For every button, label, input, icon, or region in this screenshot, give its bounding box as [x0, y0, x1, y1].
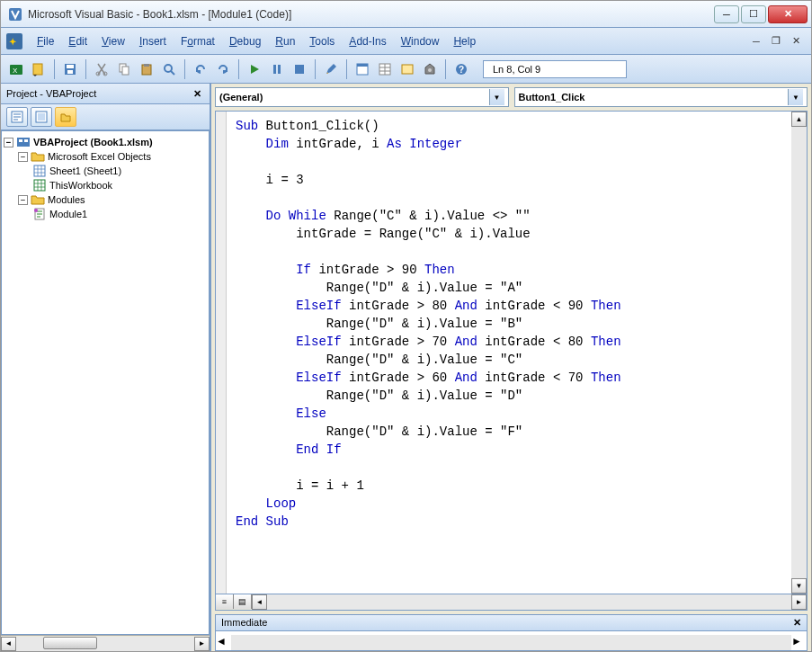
menu-debug[interactable]: Debug: [222, 31, 268, 51]
menu-window[interactable]: Window: [394, 31, 447, 51]
tree-modules-label: Modules: [48, 194, 85, 205]
project-explorer-button[interactable]: [352, 59, 372, 79]
scroll-right-button[interactable]: ►: [194, 637, 210, 651]
scroll-right-button[interactable]: ►: [791, 635, 807, 650]
tree-thisworkbook[interactable]: ThisWorkbook: [4, 178, 207, 192]
maximize-button[interactable]: ☐: [741, 5, 766, 23]
tree-thiswb-label: ThisWorkbook: [49, 180, 112, 191]
dropdown-arrow-icon[interactable]: ▼: [489, 89, 504, 105]
cursor-position: Ln 8, Col 9: [483, 60, 627, 78]
cut-button[interactable]: [92, 59, 112, 79]
procedure-combo-value: Button1_Click: [519, 92, 585, 103]
procedure-combo[interactable]: Button1_Click ▼: [514, 87, 808, 107]
mdi-minimize[interactable]: ─: [749, 34, 763, 49]
menu-insert[interactable]: Insert: [132, 31, 174, 51]
scroll-thumb[interactable]: [43, 637, 97, 649]
project-pane-close[interactable]: ✕: [190, 86, 204, 101]
find-button[interactable]: [159, 59, 179, 79]
scroll-track[interactable]: [791, 127, 807, 578]
break-button[interactable]: [267, 59, 287, 79]
view-code-button[interactable]: [6, 107, 28, 127]
mdi-close[interactable]: ✕: [789, 34, 803, 49]
scroll-up-button[interactable]: ▲: [791, 112, 807, 127]
svg-point-23: [428, 68, 432, 72]
menubar: ✦ File Edit View Insert Format Debug Run…: [1, 28, 811, 55]
tree-modules[interactable]: − Modules: [4, 192, 207, 207]
svg-rect-28: [38, 113, 45, 121]
scroll-track[interactable]: [231, 635, 791, 650]
code-vscroll[interactable]: ▲ ▼: [791, 112, 807, 594]
immediate-close[interactable]: ✕: [793, 617, 801, 629]
combo-row: (General) ▼ Button1_Click ▼: [211, 84, 811, 111]
svg-rect-33: [34, 180, 45, 191]
menu-format[interactable]: Format: [174, 31, 222, 51]
scroll-right-button[interactable]: ►: [791, 594, 807, 610]
mdi-restore[interactable]: ❐: [769, 34, 783, 49]
project-view-buttons: [1, 104, 210, 130]
scroll-left-button[interactable]: ◄: [252, 594, 267, 610]
menu-help[interactable]: Help: [446, 31, 483, 51]
run-button[interactable]: [245, 59, 264, 79]
tree-project-root[interactable]: − VBAProject (Book1.xlsm): [4, 135, 207, 149]
view-selector: ≡ ▤: [216, 594, 252, 610]
immediate-title: Immediate ✕: [215, 614, 808, 631]
object-combo[interactable]: (General) ▼: [215, 87, 509, 107]
project-tree[interactable]: − VBAProject (Book1.xlsm) − Microsoft Ex…: [1, 130, 210, 635]
scroll-down-button[interactable]: ▼: [791, 578, 807, 594]
project-pane-label: Project - VBAProject: [6, 88, 96, 99]
code-content[interactable]: Sub Button1_Click() Dim intGrade, i As I…: [227, 112, 791, 594]
immediate-label: Immediate: [221, 617, 267, 629]
object-browser-button[interactable]: [397, 59, 417, 79]
main-area: Project - VBAProject ✕ − VBAProject (Boo…: [1, 84, 811, 651]
collapse-icon[interactable]: −: [18, 195, 28, 205]
module-icon: [32, 208, 47, 220]
menu-file[interactable]: File: [30, 31, 61, 51]
scroll-track[interactable]: [267, 594, 791, 610]
project-pane-title: Project - VBAProject ✕: [1, 84, 210, 104]
collapse-icon[interactable]: −: [4, 138, 13, 147]
svg-point-15: [165, 65, 172, 72]
design-mode-button[interactable]: [321, 59, 341, 79]
paste-button[interactable]: [137, 59, 156, 79]
scroll-left-button[interactable]: ◄: [1, 637, 16, 651]
procedure-view-button[interactable]: ≡: [216, 594, 234, 609]
redo-button[interactable]: [213, 59, 233, 79]
undo-button[interactable]: [191, 59, 210, 79]
dropdown-arrow-icon[interactable]: ▼: [788, 89, 803, 105]
tree-sheet1[interactable]: Sheet1 (Sheet1): [4, 164, 207, 178]
minimize-button[interactable]: ─: [714, 5, 739, 23]
close-button[interactable]: ✕: [768, 5, 808, 23]
menu-edit[interactable]: Edit: [61, 31, 94, 51]
toolbox-button[interactable]: [420, 59, 440, 79]
code-editor[interactable]: Sub Button1_Click() Dim intGrade, i As I…: [215, 111, 808, 594]
menu-tools[interactable]: Tools: [302, 31, 342, 51]
full-module-view-button[interactable]: ▤: [234, 594, 252, 609]
scroll-left-button[interactable]: ◄: [216, 635, 231, 650]
workbook-icon: [32, 179, 47, 192]
toggle-folders-button[interactable]: [55, 107, 76, 127]
immediate-window: Immediate ✕ ◄ ►: [215, 614, 808, 651]
object-combo-value: (General): [219, 92, 263, 103]
tree-module1[interactable]: Module1: [4, 207, 207, 221]
help-button[interactable]: ?: [451, 59, 471, 79]
properties-button[interactable]: [375, 59, 395, 79]
code-gutter: [216, 112, 227, 594]
project-hscroll[interactable]: ◄ ►: [1, 635, 210, 651]
tree-module1-label: Module1: [49, 209, 87, 219]
tree-excel-objects[interactable]: − Microsoft Excel Objects: [4, 149, 207, 164]
view-excel-button[interactable]: X: [6, 59, 26, 79]
immediate-body[interactable]: ◄ ►: [215, 631, 808, 651]
menu-run[interactable]: Run: [268, 31, 302, 51]
copy-button[interactable]: [114, 59, 134, 79]
menu-addins[interactable]: Add-Ins: [342, 31, 393, 51]
insert-dropdown[interactable]: [29, 59, 49, 79]
menu-view[interactable]: View: [94, 31, 132, 51]
scroll-track[interactable]: [16, 637, 194, 651]
window-controls: ─ ☐ ✕: [714, 5, 808, 23]
reset-button[interactable]: [290, 59, 309, 79]
collapse-icon[interactable]: −: [18, 152, 28, 162]
view-object-button[interactable]: [31, 107, 52, 127]
save-button[interactable]: [60, 59, 80, 79]
tree-sheet1-label: Sheet1 (Sheet1): [49, 165, 121, 176]
svg-rect-18: [295, 65, 304, 74]
